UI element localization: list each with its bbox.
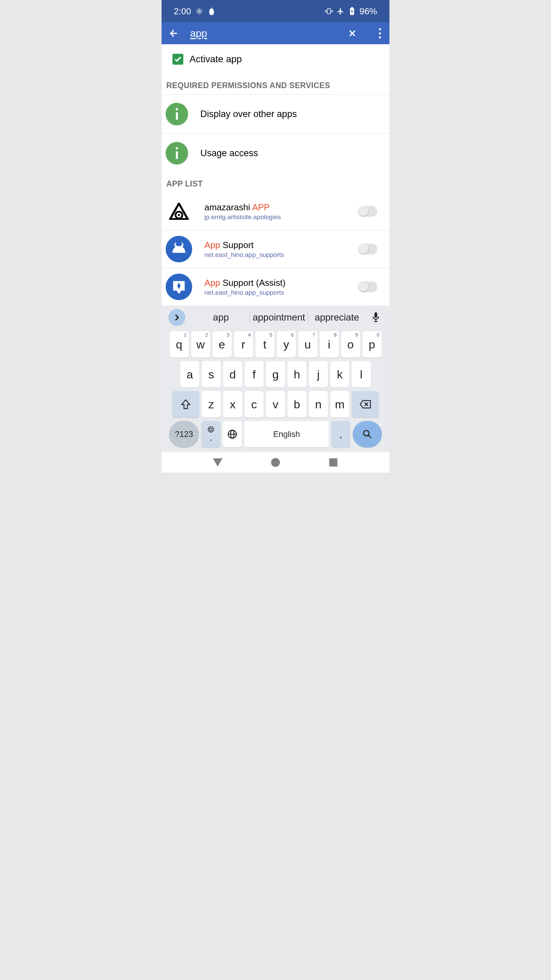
key-p[interactable]: p0 (362, 331, 382, 358)
search-query-text: app (190, 27, 207, 39)
overflow-menu-button[interactable] (376, 27, 384, 40)
key-b[interactable]: b (287, 391, 306, 417)
svg-point-11 (175, 245, 177, 247)
key-w[interactable]: w2 (191, 331, 210, 358)
app-name: App Support (Assist) (205, 278, 346, 288)
svg-point-0 (198, 10, 200, 12)
search-key[interactable] (353, 421, 382, 447)
key-x[interactable]: x (223, 391, 242, 417)
svg-point-27 (271, 458, 280, 467)
app-toggle[interactable] (358, 206, 377, 217)
key-s[interactable]: s (202, 361, 221, 388)
key-row-4: ?123 , English . (162, 419, 389, 452)
svg-point-9 (178, 214, 180, 216)
svg-rect-6 (176, 147, 178, 150)
key-n[interactable]: n (309, 391, 328, 417)
vibrate-icon (325, 7, 333, 15)
app-package: jp.emtg.artistsite.apologies (205, 213, 346, 221)
svg-point-25 (364, 430, 369, 436)
app-row-app-support-assist[interactable]: App Support (Assist) net.east_hino.app_s… (162, 268, 389, 305)
backspace-key[interactable] (352, 391, 379, 417)
app-toggle[interactable] (358, 243, 377, 255)
svg-line-26 (368, 435, 371, 438)
activate-app-row[interactable]: Activate app (162, 44, 389, 74)
key-d[interactable]: d (223, 361, 242, 388)
key-c[interactable]: c (245, 391, 264, 417)
suggestion-row: app appointment appreciate (162, 305, 389, 329)
expand-suggestions-button[interactable] (168, 309, 185, 326)
permission-usage-access[interactable]: Usage access (162, 134, 389, 172)
key-v[interactable]: v (266, 391, 285, 417)
space-key[interactable]: English (244, 421, 329, 447)
key-h[interactable]: h (287, 361, 306, 388)
app-icon (166, 198, 192, 224)
key-row-3: zxcvbnm (162, 389, 389, 419)
svg-rect-3 (351, 7, 353, 8)
activate-checkbox[interactable] (172, 54, 183, 65)
svg-point-20 (210, 428, 210, 429)
key-f[interactable]: f (245, 361, 264, 388)
key-o[interactable]: o9 (341, 331, 360, 358)
clear-button[interactable] (347, 27, 361, 40)
app-icon (166, 236, 192, 262)
globe-key[interactable] (223, 421, 242, 447)
app-row-amazarashi[interactable]: amazarashi APP jp.emtg.artistsite.apolog… (162, 192, 389, 231)
app-name: amazarashi APP (205, 202, 346, 213)
period-key[interactable]: . (331, 421, 350, 447)
permission-display-over-apps[interactable]: Display over other apps (162, 94, 389, 134)
svg-rect-1 (327, 9, 330, 14)
svg-rect-7 (176, 151, 178, 159)
svg-rect-16 (375, 312, 377, 318)
key-row-2: asdfghjkl (162, 360, 389, 389)
voice-input-button[interactable] (369, 311, 383, 324)
activate-label: Activate app (189, 54, 242, 65)
app-row-app-support[interactable]: App Support net.east_hino.app_supports (162, 231, 389, 268)
back-button[interactable] (167, 27, 181, 40)
settings-gear-icon (195, 7, 203, 15)
svg-rect-5 (176, 112, 178, 120)
info-icon (166, 103, 188, 125)
permission-label: Usage access (200, 148, 258, 159)
key-u[interactable]: u7 (298, 331, 318, 358)
key-t[interactable]: t5 (256, 331, 275, 358)
nav-recents-button[interactable] (327, 456, 340, 469)
key-z[interactable]: z (202, 391, 221, 417)
key-m[interactable]: m (330, 391, 349, 417)
search-input[interactable]: app (190, 27, 338, 39)
svg-point-19 (208, 427, 214, 432)
key-e[interactable]: e3 (213, 331, 232, 358)
navigation-bar (162, 452, 389, 473)
nav-home-button[interactable] (269, 456, 282, 469)
key-g[interactable]: g (266, 361, 285, 388)
search-bar: app (162, 22, 389, 44)
emoji-key[interactable]: , (202, 421, 221, 447)
app-toggle[interactable] (358, 282, 377, 292)
key-r[interactable]: r4 (234, 331, 253, 358)
svg-rect-4 (176, 108, 178, 110)
symbols-key[interactable]: ?123 (169, 421, 199, 447)
applist-section-header: APP LIST (162, 172, 389, 192)
suggestion-1[interactable]: app (192, 312, 250, 323)
key-row-1: q1w2e3r4t5y6u7i8o9p0 (162, 329, 389, 360)
status-time: 2:00 (174, 6, 191, 17)
suggestion-3[interactable]: appreciate (308, 312, 366, 323)
airplane-icon (337, 7, 345, 15)
suggestion-2[interactable]: appointment (250, 312, 308, 323)
svg-point-12 (181, 245, 183, 247)
key-l[interactable]: l (352, 361, 371, 388)
app-icon (166, 274, 192, 300)
battery-charging-icon (348, 7, 356, 15)
info-icon (166, 142, 188, 164)
key-j[interactable]: j (309, 361, 328, 388)
timer-icon (208, 7, 216, 15)
shift-key[interactable] (172, 391, 199, 417)
keyboard: app appointment appreciate q1w2e3r4t5y6u… (162, 305, 389, 452)
key-q[interactable]: q1 (170, 331, 189, 358)
key-a[interactable]: a (180, 361, 199, 388)
key-k[interactable]: k (330, 361, 349, 388)
key-i[interactable]: i8 (320, 331, 339, 358)
key-y[interactable]: y6 (277, 331, 296, 358)
app-package: net.east_hino.app_supports (205, 251, 346, 259)
nav-back-button[interactable] (211, 456, 224, 469)
app-package: net.east_hino.app_supports (205, 289, 346, 296)
